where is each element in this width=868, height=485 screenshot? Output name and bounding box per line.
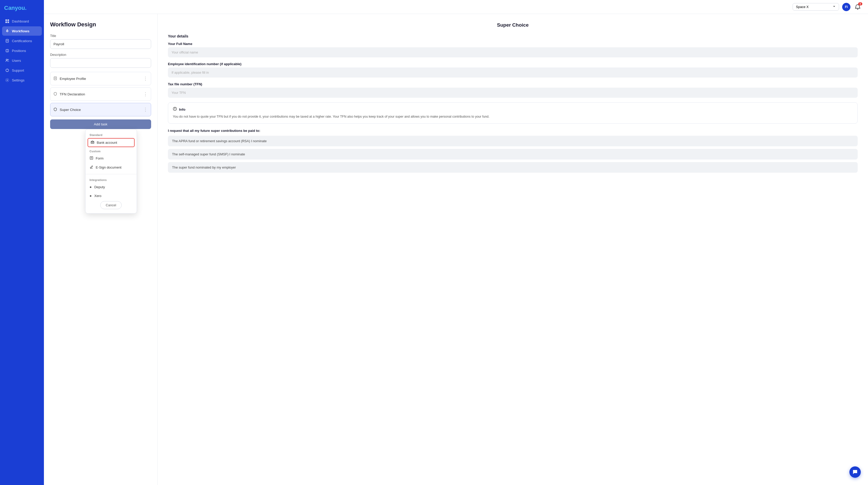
chevron-down-icon [833,5,836,9]
task-menu-icon[interactable]: ⋮ [143,76,148,81]
svg-rect-1 [7,19,9,21]
tfn-field: Tax file number (TFN) Your TFN [168,82,858,98]
svg-rect-6 [6,39,8,42]
org-selector[interactable]: Space X [793,3,839,10]
tfn-label: Tax file number (TFN) [168,82,858,86]
task-name: Super Choice [60,108,81,112]
description-label: Description [50,53,151,57]
shield-icon [54,108,57,112]
sidebar-item-label: Certifications [12,39,32,43]
cancel-button[interactable]: Cancel [100,201,121,209]
svg-point-12 [8,59,9,60]
sidebar-item-label: Settings [12,78,25,82]
sidebar-item-users[interactable]: Users [2,56,42,65]
dropdown-item-label: Deputy [94,185,105,189]
sidebar-item-certifications[interactable]: Certifications [2,36,42,46]
info-box: Info You do not have to quote your TFN b… [168,103,858,123]
dropdown-item-label: Xero [94,194,101,198]
info-text: You do not have to quote your TFN but if… [173,114,853,119]
info-icon [173,107,177,112]
notification-badge: 9 [858,2,862,5]
choice-option-smsf[interactable]: The self-managed super fund (SMSF) I nom… [168,149,858,160]
settings-icon [5,78,9,82]
dropdown-custom-label: Custom [86,148,137,154]
task-item-employee-profile[interactable]: Employee Profile ⋮ [50,72,151,85]
svg-rect-2 [5,22,7,23]
title-label: Title [50,34,151,38]
dropdown-item-label: E-Sign document [96,166,122,169]
employee-id-field: Employee identification number (if appli… [168,62,858,78]
title-field-group: Title [50,34,151,49]
svg-point-4 [6,30,8,32]
description-input[interactable] [50,58,151,68]
title-input[interactable] [50,39,151,49]
your-details-heading: Your details [168,34,858,38]
sidebar-item-label: Workflows [12,29,29,33]
form-icon [90,156,93,161]
deputy-icon: ● [90,185,92,189]
dropdown-item-deputy[interactable]: ● Deputy [86,182,137,191]
sidebar-item-dashboard[interactable]: Dashboard [2,17,42,26]
avatar: FI [842,3,850,11]
task-item-super-choice[interactable]: Super Choice ⋮ [50,103,151,116]
content: Workflow Design Title Description [44,14,868,485]
contributions-label: I request that all my future super contr… [168,129,858,133]
sidebar-nav: Dashboard Workflows Certifications [0,17,44,85]
svg-point-14 [7,71,7,72]
grid-icon [5,19,9,23]
task-menu-icon[interactable]: ⋮ [143,91,148,97]
topbar: Space X FI 9 [44,0,868,14]
svg-rect-24 [90,157,93,160]
svg-point-11 [6,59,7,60]
description-field-group: Description [50,53,151,68]
logo-text: Canyou. [4,5,27,11]
sidebar-item-positions[interactable]: Positions [2,46,42,55]
dropdown-standard-label: Standard [86,131,137,138]
org-name: Space X [796,5,831,9]
dropdown-item-xero[interactable]: ● Xero [86,191,137,200]
chat-bubble-button[interactable] [849,466,861,478]
task-name: TFN Declaration [60,92,85,96]
users-icon [5,58,9,62]
sidebar-item-settings[interactable]: Settings [2,76,42,85]
preview-title: Super Choice [168,22,858,28]
doc-icon [54,77,57,81]
full-name-field: Your Full Name Your official name [168,42,858,57]
dropdown-integrations-label: Integrations [86,176,137,182]
svg-point-30 [175,108,175,108]
dropdown-item-esign[interactable]: E-Sign document [86,163,137,172]
sidebar-item-label: Dashboard [12,19,29,23]
positions-icon [5,49,9,53]
add-task-area: Add task Standard [50,119,151,129]
main: Space X FI 9 Workflow Design Title [44,0,868,485]
sidebar-item-workflows[interactable]: Workflows [2,26,42,36]
dropdown-item-bank-account[interactable]: Bank account [88,138,134,147]
choice-option-apra[interactable]: The APRA fund or retirement savings acco… [168,136,858,146]
page-title: Workflow Design [50,21,151,28]
task-type-dropdown: Standard Bank account [85,129,137,213]
add-task-button[interactable]: Add task [50,119,151,129]
sidebar-item-label: Support [12,68,24,73]
notification-button[interactable]: 9 [854,3,862,11]
left-panel: Workflow Design Title Description [44,14,158,485]
esign-icon [90,165,93,170]
choice-option-employer[interactable]: The super fund nominated by my employer [168,162,858,173]
task-item-tfn-declaration[interactable]: TFN Declaration ⋮ [50,87,151,101]
full-name-label: Your Full Name [168,42,858,46]
dropdown-item-label: Bank account [97,141,117,144]
logo: Canyou. [0,0,44,17]
sidebar-item-label: Users [12,59,21,62]
employee-id-label: Employee identification number (if appli… [168,62,858,66]
tfn-placeholder: Your TFN [168,88,858,98]
info-title: Info [179,108,185,111]
dropdown-item-form[interactable]: Form [86,154,137,163]
task-menu-icon[interactable]: ⋮ [143,107,148,112]
support-icon [5,68,9,73]
dropdown-item-label: Form [96,156,103,160]
bank-icon [91,140,94,145]
workflow-icon [5,29,9,33]
right-panel: Super Choice Your details Your Full Name… [158,14,868,485]
sidebar-item-support[interactable]: Support [2,66,42,75]
svg-rect-3 [7,22,9,23]
sidebar: Canyou. Dashboard Workflows [0,0,44,485]
